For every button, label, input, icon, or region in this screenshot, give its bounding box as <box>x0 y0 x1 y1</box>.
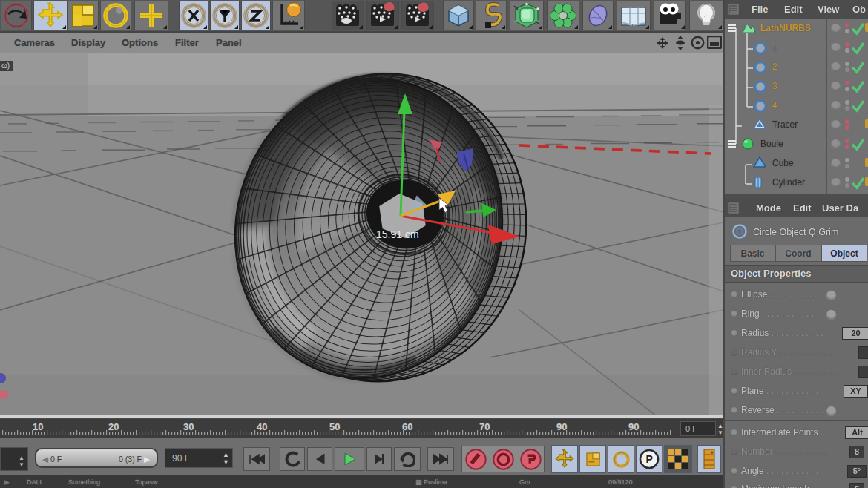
svg-text:P: P <box>646 453 653 465</box>
svg-text:15.91 cm: 15.91 cm <box>376 228 419 240</box>
